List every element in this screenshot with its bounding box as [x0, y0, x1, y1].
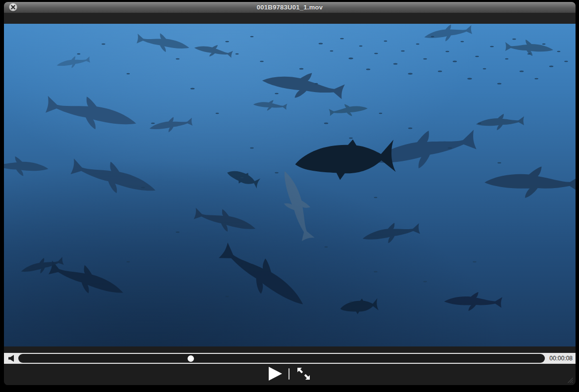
resize-grip[interactable]: [566, 376, 574, 384]
playhead[interactable]: [188, 355, 194, 362]
playback-controls: 00:00:08: [4, 346, 576, 385]
volume-button[interactable]: [7, 354, 15, 362]
play-icon: [269, 367, 282, 381]
timeline-track[interactable]: [18, 354, 545, 363]
video-frame[interactable]: [4, 24, 576, 346]
fullscreen-icon: [296, 366, 311, 381]
close-icon: [9, 3, 17, 11]
resize-grip-icon: [568, 378, 573, 383]
desktop: { "window": { "title": "001B9783U01_1.mo…: [0, 0, 579, 392]
close-button[interactable]: [9, 3, 17, 11]
timecode: 00:00:08: [548, 355, 574, 362]
play-button[interactable]: [269, 367, 282, 381]
window-title: 001B9783U01_1.mov: [257, 3, 323, 11]
fullscreen-button[interactable]: [296, 366, 311, 381]
button-divider: [289, 368, 290, 380]
video-scene: [4, 24, 576, 346]
titlebar: 001B9783U01_1.mov: [4, 2, 576, 13]
speaker-icon: [8, 354, 14, 362]
player-window: 001B9783U01_1.mov: [4, 2, 576, 385]
transport-row: [4, 364, 576, 384]
titlebar-lower-chrome: [4, 13, 576, 24]
scrubber-bar: 00:00:08: [4, 353, 576, 364]
